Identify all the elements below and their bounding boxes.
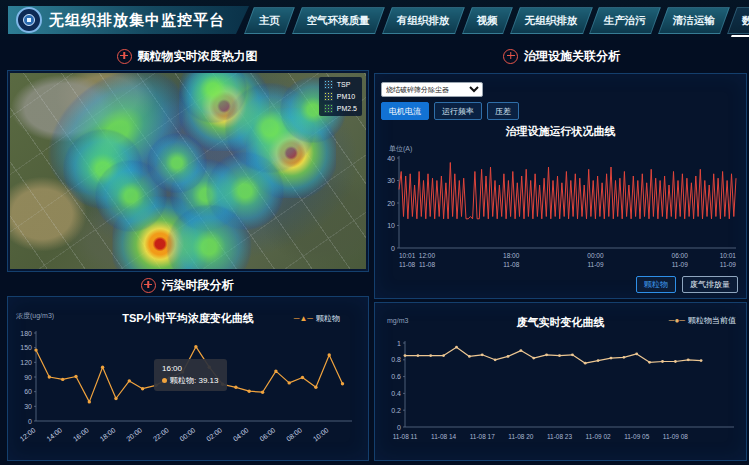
nav-item-label: 视频	[477, 13, 498, 27]
nav-item-2[interactable]: 有组织排放	[382, 7, 464, 34]
svg-text:02:00: 02:00	[205, 426, 223, 442]
section-header-pollution: 污染时段分析	[0, 277, 374, 294]
heat-blob	[24, 73, 209, 220]
svg-text:11-08 11: 11-08 11	[393, 433, 418, 440]
nav-item-label: 有组织排放	[397, 13, 450, 27]
legend-label: PM2.5	[337, 105, 357, 112]
svg-text:00:00: 00:00	[178, 426, 196, 442]
nav-items: 主页空气环境质量有组织排放视频无组织排放生产治污清洁运输数据分析	[249, 7, 749, 34]
svg-text:0.6: 0.6	[391, 373, 401, 380]
svg-text:0: 0	[391, 245, 395, 252]
svg-text:180: 180	[20, 330, 32, 337]
nav-item-7[interactable]: 数据分析	[727, 7, 749, 34]
heat-hotspot	[179, 73, 269, 151]
waste-gas-chart[interactable]: 00.20.40.60.8111-08 1111-08 1411-08 1711…	[379, 333, 742, 451]
section-badge-icon	[503, 49, 518, 64]
svg-text:10: 10	[387, 222, 395, 229]
nav-item-label: 生产治污	[604, 13, 646, 27]
satellite-heatmap-map[interactable]: TSPPM10PM2.5	[10, 73, 366, 269]
legend-marker-icon: ─▲─	[294, 315, 313, 323]
svg-text:0.2: 0.2	[391, 407, 401, 414]
svg-text:04:00: 04:00	[232, 426, 250, 442]
svg-text:11-09 05: 11-09 05	[624, 433, 650, 440]
chart-tooltip: 16:00 颗粒物: 39.13	[154, 359, 227, 391]
svg-text:30: 30	[24, 403, 32, 410]
device-select[interactable]: 烧结破碎筛分除尘器	[381, 82, 483, 97]
chart-legend[interactable]: ─▲─ 颗粒物	[294, 313, 340, 324]
chart-title: 治理设施运行状况曲线	[375, 124, 746, 139]
legend-label: 颗粒物	[316, 313, 340, 324]
legend-label: PM10	[337, 93, 355, 100]
y-axis-label: 单位(A)	[389, 144, 412, 154]
svg-text:120: 120	[20, 359, 32, 366]
heat-blob	[206, 152, 284, 230]
svg-text:18:00: 18:00	[98, 426, 116, 442]
tooltip-series-dot-icon	[162, 378, 167, 383]
legend-label: 颗粒物当前值	[688, 315, 736, 326]
nav-item-0[interactable]: 主页	[244, 7, 295, 34]
svg-text:16:00: 16:00	[72, 426, 90, 442]
svg-text:11-08: 11-08	[399, 261, 416, 268]
svg-text:12:00: 12:00	[18, 426, 36, 442]
nav-item-1[interactable]: 空气环境质量	[292, 7, 385, 34]
nav-item-4[interactable]: 无组织排放	[510, 7, 592, 34]
y-axis-label: 浓度(ug/m3)	[16, 311, 54, 321]
treatment-panel: 烧结破碎筛分除尘器 电机电流运行频率压差 治理设施运行状况曲线 单位(A) 01…	[374, 73, 747, 299]
heat-blob	[147, 133, 207, 193]
heatmap-panel: TSPPM10PM2.5	[7, 70, 369, 272]
svg-text:11-09 02: 11-09 02	[586, 433, 612, 440]
svg-text:20: 20	[387, 200, 395, 207]
tooltip-time: 16:00	[162, 363, 219, 375]
svg-text:40: 40	[387, 155, 395, 162]
map-legend-item-2[interactable]: PM2.5	[324, 104, 357, 113]
svg-text:06:00: 06:00	[672, 252, 689, 259]
heat-blob	[95, 160, 167, 232]
legend-swatch-icon	[324, 104, 333, 113]
svg-text:11-09 08: 11-09 08	[663, 433, 689, 440]
nav-item-3[interactable]: 视频	[462, 7, 513, 34]
param-button-1[interactable]: 运行频率	[434, 102, 482, 120]
waste-gas-panel: 废气实时变化曲线 mg/m3 ─●─ 颗粒物当前值 00.20.40.60.81…	[374, 302, 747, 461]
nav-item-label: 清洁运输	[673, 13, 715, 27]
heat-hotspot	[112, 196, 207, 269]
section-title: 治理设施关联分析	[524, 48, 620, 65]
heat-blob	[225, 83, 315, 173]
series-button-0[interactable]: 颗粒物	[636, 276, 676, 293]
heat-blob	[179, 73, 247, 123]
facility-status-chart[interactable]: 01020304010:0111-0812:0011-0818:0011-080…	[379, 154, 742, 272]
section-header-treatment: 治理设施关联分析	[374, 48, 749, 65]
param-button-0[interactable]: 电机电流	[381, 102, 429, 120]
svg-text:11-08 20: 11-08 20	[508, 433, 534, 440]
nav-item-label: 空气环境质量	[307, 13, 370, 27]
nav-item-5[interactable]: 生产治污	[589, 7, 661, 34]
svg-text:20:00: 20:00	[125, 426, 143, 442]
svg-text:11-09: 11-09	[720, 261, 737, 268]
nav-item-6[interactable]: 清洁运输	[658, 7, 730, 34]
heat-blob	[167, 205, 252, 269]
svg-text:60: 60	[24, 388, 32, 395]
param-button-2[interactable]: 压差	[487, 102, 519, 120]
heat-blob	[170, 159, 242, 231]
svg-text:11-09: 11-09	[672, 261, 689, 268]
nav-item-label: 无组织排放	[525, 13, 578, 27]
svg-text:10:01: 10:01	[399, 252, 416, 259]
tsp-chart[interactable]: 030609012015018012:0014:0016:0018:0020:0…	[10, 327, 362, 455]
heat-blob	[63, 129, 143, 209]
svg-text:11-08: 11-08	[419, 261, 436, 268]
platform-brand: 无组织排放集中监控平台	[8, 6, 249, 34]
map-legend-item-0[interactable]: TSP	[324, 80, 357, 89]
svg-text:0: 0	[28, 418, 32, 425]
svg-text:30: 30	[387, 177, 395, 184]
svg-text:90: 90	[24, 374, 32, 381]
svg-text:11-08: 11-08	[503, 261, 520, 268]
svg-text:0.4: 0.4	[391, 390, 401, 397]
legend-label: TSP	[337, 81, 351, 88]
section-badge-icon	[117, 49, 132, 64]
tsp-chart-panel: TSP小时平均浓度变化曲线 浓度(ug/m3) ─▲─ 颗粒物 03060901…	[7, 296, 369, 461]
legend-marker-icon: ─●─	[669, 317, 685, 325]
svg-text:08:00: 08:00	[285, 426, 303, 442]
map-legend-item-1[interactable]: PM10	[324, 92, 357, 101]
svg-text:11-08 23: 11-08 23	[547, 433, 573, 440]
series-button-1[interactable]: 废气排放量	[682, 276, 738, 293]
chart-legend[interactable]: ─●─ 颗粒物当前值	[669, 315, 736, 326]
